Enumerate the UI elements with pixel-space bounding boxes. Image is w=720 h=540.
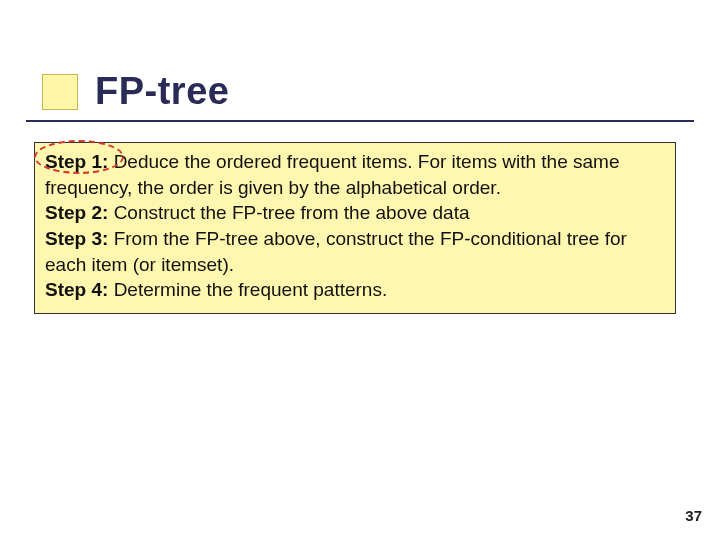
step-4-text: Determine the frequent patterns.: [108, 279, 387, 300]
step-2-text: Construct the FP-tree from the above dat…: [108, 202, 469, 223]
slide-title: FP-tree: [95, 70, 229, 113]
step-2-label: Step 2:: [45, 202, 108, 223]
step-3-label: Step 3:: [45, 228, 108, 249]
title-underline: [26, 120, 694, 122]
step-1-label: Step 1:: [45, 151, 108, 172]
step-1-text: Deduce the ordered frequent items. For i…: [45, 151, 620, 198]
title-bullet-box: [42, 74, 78, 110]
page-number: 37: [685, 507, 702, 524]
content-box: Step 1: Deduce the ordered frequent item…: [34, 142, 676, 314]
step-4-label: Step 4:: [45, 279, 108, 300]
step-3-text: From the FP-tree above, construct the FP…: [45, 228, 627, 275]
